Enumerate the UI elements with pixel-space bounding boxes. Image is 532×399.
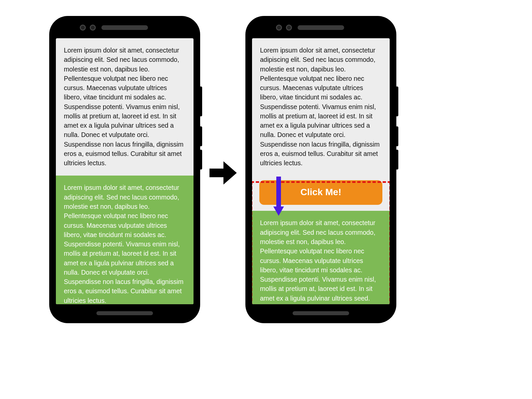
earpiece-icon <box>101 25 148 30</box>
power-button-icon <box>200 86 202 116</box>
before-top-paragraph: Lorem ipsum dolor sit amet, consectetur … <box>56 38 194 176</box>
earpiece-icon <box>298 25 344 30</box>
power-button-icon <box>396 86 398 116</box>
volume-down-button-icon <box>200 150 202 170</box>
volume-down-button-icon <box>396 150 398 170</box>
home-indicator-icon <box>96 311 153 315</box>
volume-up-button-icon <box>396 126 398 146</box>
after-bottom-paragraph: Lorem ipsum dolor sit amet, consectetur … <box>252 211 390 304</box>
after-top-paragraph: Lorem ipsum dolor sit amet, consectetur … <box>252 38 390 176</box>
phone-before: Lorem ipsum dolor sit amet, consectetur … <box>50 17 200 323</box>
phone-after: Lorem ipsum dolor sit amet, consectetur … <box>246 17 396 323</box>
after-green-section: Lorem ipsum dolor sit amet, consectetur … <box>252 211 390 304</box>
injected-button-row: Click Me! <box>252 176 390 211</box>
front-sensor-icon <box>80 25 86 31</box>
click-me-button[interactable]: Click Me! <box>259 180 382 205</box>
before-bottom-paragraph: Lorem ipsum dolor sit amet, consectetur … <box>56 176 194 304</box>
volume-up-button-icon <box>200 126 202 146</box>
phone-after-screen: Lorem ipsum dolor sit amet, consectetur … <box>252 38 390 304</box>
diagram-stage: Lorem ipsum dolor sit amet, consectetur … <box>0 0 532 399</box>
transition-arrow-icon <box>209 161 236 185</box>
front-sensor-icon <box>276 25 282 31</box>
before-green-section: Lorem ipsum dolor sit amet, consectetur … <box>56 176 194 304</box>
front-camera-icon <box>90 25 96 31</box>
phone-before-screen: Lorem ipsum dolor sit amet, consectetur … <box>56 38 194 304</box>
home-indicator-icon <box>293 311 349 315</box>
front-camera-icon <box>286 25 292 31</box>
